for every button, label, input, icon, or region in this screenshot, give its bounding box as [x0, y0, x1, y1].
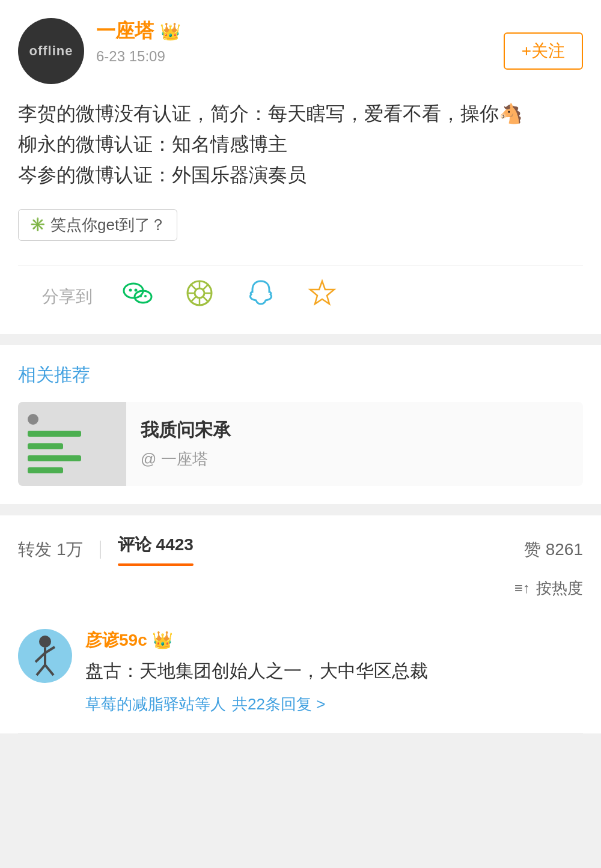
reply-authors[interactable]: 草莓的减脂驿站等人 — [85, 694, 226, 715]
related-card-text: 我质问宋承 @ 一座塔 — [141, 418, 571, 470]
tag-text: 笑点你get到了？ — [50, 214, 166, 235]
share-row: 分享到 — [18, 265, 583, 334]
thumb-dot — [28, 414, 38, 425]
content-line2: 你🐴 — [480, 103, 523, 124]
svg-point-17 — [39, 636, 51, 648]
svg-line-14 — [203, 284, 209, 290]
post-content: 李贺的微博没有认证，简介：每天瞎写，爱看不看，操你🐴 柳永的微博认证：知名情感博… — [18, 99, 583, 191]
user-info: 一座塔 👑 6-23 15:09 — [96, 18, 504, 65]
tag-icon: ✳️ — [29, 217, 46, 232]
thumb-line-1 — [28, 431, 81, 437]
svg-line-15 — [191, 297, 196, 302]
comment-crown-icon: 👑 — [152, 630, 173, 650]
post-header: offline 一座塔 👑 6-23 15:09 +关注 — [18, 18, 583, 84]
comment-count: 4423 — [156, 535, 194, 554]
thumb-line-3 — [28, 455, 81, 461]
comment-text: 盘古：天地集团创始人之一，大中华区总裁 — [85, 657, 583, 685]
svg-point-4 — [139, 295, 142, 297]
svg-line-13 — [203, 297, 209, 302]
related-title: 相关推荐 — [18, 363, 583, 387]
comment-username-row: 彦谚59c 👑 — [85, 629, 583, 652]
likes-label: 赞 — [524, 540, 541, 559]
comment-label: 评论 — [118, 533, 151, 556]
comment-stat: 评论 4423 — [118, 533, 194, 556]
comment-username[interactable]: 彦谚59c — [85, 629, 147, 652]
wechat-share-icon[interactable] — [123, 278, 154, 316]
svg-marker-16 — [310, 281, 334, 304]
thumb-line-2 — [28, 443, 63, 449]
sort-label[interactable]: 按热度 — [536, 578, 583, 599]
repost-label: 转发 — [18, 538, 52, 561]
related-post-title: 我质问宋承 — [141, 418, 571, 443]
content-line3: 柳永的微博认证：知名情感博主 — [18, 133, 287, 155]
repost-stat[interactable]: 转发 1万 — [18, 538, 83, 561]
star-share-icon[interactable] — [307, 278, 338, 316]
follow-button[interactable]: +关注 — [504, 32, 583, 70]
comment-replies: 草莓的减脂驿站等人 共22条回复 > — [85, 694, 583, 715]
active-underline — [118, 563, 194, 566]
svg-line-21 — [37, 665, 45, 675]
comment-body: 彦谚59c 👑 盘古：天地集团创始人之一，大中华区总裁 草莓的减脂驿站等人 共2… — [85, 629, 583, 715]
reply-count[interactable]: 共22条回复 > — [232, 694, 325, 715]
share-label: 分享到 — [42, 285, 93, 308]
sort-icon: ≡↑ — [514, 580, 530, 596]
tag[interactable]: ✳️ 笑点你get到了？ — [18, 209, 177, 241]
likes-stat[interactable]: 赞 8261 — [524, 538, 583, 561]
section-divider — [0, 334, 601, 345]
content-line1: 李贺的微博没有认证，简介：每天瞎写，爱看不看，操 — [18, 103, 480, 124]
svg-line-12 — [191, 284, 196, 290]
svg-line-19 — [35, 653, 45, 662]
comments-section: 彦谚59c 👑 盘古：天地集团创始人之一，大中华区总裁 草莓的减脂驿站等人 共2… — [0, 611, 601, 733]
post-card: offline 一座塔 👑 6-23 15:09 +关注 李贺的微博没有认证，简… — [0, 0, 601, 334]
svg-point-3 — [135, 288, 138, 291]
section-divider-2 — [0, 504, 601, 515]
repost-count: 1万 — [56, 538, 83, 561]
tag-row: ✳️ 笑点你get到了？ — [18, 209, 583, 241]
thumb-line-4 — [28, 467, 63, 473]
comment-avatar[interactable] — [18, 629, 72, 683]
svg-point-2 — [129, 288, 132, 291]
likes-count: 8261 — [546, 540, 583, 559]
avatar-offline-label: offline — [29, 43, 73, 59]
aperture-share-icon[interactable] — [184, 278, 215, 316]
comment-item: 彦谚59c 👑 盘古：天地集团创始人之一，大中华区总裁 草莓的减脂驿站等人 共2… — [18, 611, 583, 733]
svg-line-20 — [45, 647, 55, 653]
username-row: 一座塔 👑 — [96, 18, 504, 44]
username[interactable]: 一座塔 — [96, 18, 154, 44]
svg-line-22 — [45, 665, 53, 675]
related-thumbnail — [18, 402, 126, 486]
stats-bar: 转发 1万 评论 4423 赞 8261 — [0, 515, 601, 566]
stat-divider — [100, 541, 101, 559]
related-card[interactable]: 我质问宋承 @ 一座塔 — [18, 402, 583, 486]
content-line4: 岑参的微博认证：外国乐器演奏员 — [18, 164, 307, 186]
sort-row: ≡↑ 按热度 — [0, 566, 601, 611]
svg-point-5 — [144, 295, 147, 297]
svg-point-7 — [195, 288, 204, 298]
related-section: 相关推荐 我质问宋承 @ 一座塔 — [0, 345, 601, 504]
snap-share-icon[interactable] — [245, 278, 276, 316]
crown-icon: 👑 — [160, 22, 181, 41]
comment-stat-wrap[interactable]: 评论 4423 — [118, 533, 194, 566]
related-author: @ 一座塔 — [141, 449, 571, 470]
avatar[interactable]: offline — [18, 18, 84, 84]
post-time: 6-23 15:09 — [96, 48, 504, 65]
